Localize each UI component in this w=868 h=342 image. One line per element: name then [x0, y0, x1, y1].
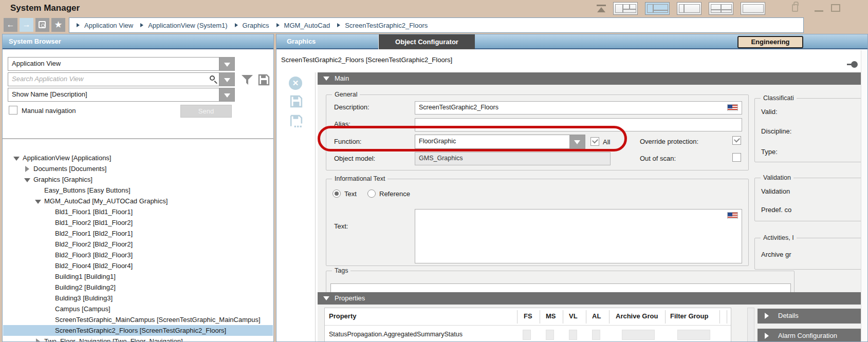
tree-item[interactable]: Bld2_Floor3 [Bld2_Floor3]	[3, 250, 273, 260]
valid-label: Valid:	[761, 108, 778, 116]
tree-item[interactable]: ApplicationView [Applications]	[3, 153, 273, 163]
tree-item[interactable]: MGM_AutoCad [My_AUTOCad Graphics]	[3, 196, 273, 206]
tree-item[interactable]: Building2 [Building2]	[3, 282, 273, 293]
description-field[interactable]: ScreenTestGraphic2_Floors	[415, 101, 742, 115]
tree-item[interactable]: Bld1_Floor1 [Bld1_Floor1]	[3, 206, 273, 217]
tree-item[interactable]: Bulding3 [Bulding3]	[3, 293, 273, 303]
pin-icon[interactable]	[851, 61, 858, 68]
tree-item[interactable]: Bld2_Floor1 [Bld2_Floor1]	[3, 228, 273, 239]
tab-object-configurator[interactable]: Object Configurator	[378, 34, 475, 49]
override-protection-checkbox[interactable]	[732, 136, 741, 145]
history-icon[interactable]	[35, 18, 49, 32]
text-area[interactable]	[415, 209, 742, 263]
col-ms[interactable]: MS	[546, 312, 556, 320]
language-flag-icon[interactable]	[727, 104, 738, 111]
tree-item-label: Building2 [Building2]	[55, 282, 116, 293]
tree-indent-spacer	[45, 293, 55, 303]
chevron-down-icon[interactable]	[219, 73, 234, 86]
tree-item[interactable]: Bld2_Floor2 [Bld2_Floor2]	[3, 239, 273, 250]
tree-indent-spacer	[45, 206, 55, 217]
engineering-mode-button[interactable]: Engineering	[737, 36, 803, 48]
forward-button[interactable]: →	[20, 18, 33, 32]
tags-legend: Tags	[332, 267, 350, 274]
properties-table-header: Property FS MS VL AL Archive Grou Filter…	[325, 308, 731, 326]
favorites-star-icon[interactable]: ★	[51, 18, 65, 32]
panel-divider[interactable]	[747, 308, 754, 341]
cancel-icon[interactable]: ✕	[289, 77, 302, 90]
out-of-scan-checkbox[interactable]	[732, 153, 741, 162]
col-al[interactable]: AL	[592, 312, 601, 320]
filter-icon[interactable]	[241, 74, 253, 86]
search-input[interactable]: Search Application View	[8, 72, 235, 86]
chevron-down-icon[interactable]	[219, 88, 234, 101]
tree-item[interactable]: ScreenTestGraphic_MainCampus [ScreenTest…	[3, 314, 273, 325]
ms-cell[interactable]	[546, 330, 554, 340]
breadcrumb-item[interactable]: Application View	[84, 22, 133, 29]
text-radio[interactable]	[333, 189, 341, 198]
maximize-icon[interactable]	[831, 4, 840, 12]
al-cell[interactable]	[592, 330, 600, 340]
tree-item[interactable]: ScreenTestGraphic2_Floors [ScreenTestGra…	[3, 325, 273, 336]
view-selector[interactable]: Application View	[8, 57, 235, 71]
breadcrumb-item[interactable]: Graphics	[243, 22, 269, 29]
tree-expanded-icon[interactable]	[12, 153, 23, 163]
layout-grid-button[interactable]	[709, 2, 733, 15]
tree-collapsed-icon[interactable]	[34, 336, 44, 341]
vertical-scrollbar[interactable]	[861, 50, 867, 341]
property-row-label[interactable]: StatusPropagation.AggregatedSummaryStatu…	[329, 331, 463, 338]
save-icon[interactable]	[290, 95, 303, 108]
tree-item[interactable]: Two_Floor_Navigation [Two_Floor_Navigati…	[3, 336, 273, 341]
tree-item-label: Bulding3 [Bulding3]	[55, 293, 113, 303]
back-button[interactable]: ←	[4, 18, 17, 32]
layout-single-pane-button[interactable]	[741, 2, 765, 15]
manual-navigation-checkbox[interactable]	[9, 106, 17, 115]
breadcrumb[interactable]: Application ViewApplicationView (System1…	[69, 17, 804, 33]
display-mode-selector[interactable]: Show Name [Description]	[8, 88, 235, 102]
col-filter-group[interactable]: Filter Group	[670, 312, 708, 320]
col-archive-group[interactable]: Archive Grou	[616, 312, 658, 320]
chevron-down-icon[interactable]	[219, 58, 234, 70]
send-button[interactable]: Send	[180, 105, 232, 118]
tree-collapsed-icon[interactable]	[23, 163, 33, 174]
tree-item[interactable]: Easy_Buttons [Easy Buttons]	[3, 185, 273, 196]
minimize-icon[interactable]	[815, 10, 823, 12]
layout-left-main-button[interactable]	[677, 2, 701, 15]
save-as-icon[interactable]	[290, 115, 303, 127]
alarm-configuration-label: Alarm Configuration	[778, 332, 837, 339]
layout-main-bottom-button[interactable]	[645, 2, 670, 15]
collapse-panes-icon[interactable]	[596, 5, 607, 13]
breadcrumb-item[interactable]: MGM_AutoCad	[284, 22, 330, 29]
main-section-header[interactable]: Main	[318, 72, 862, 85]
breadcrumb-arrow-icon	[337, 23, 340, 27]
tree-expanded-icon[interactable]	[34, 196, 44, 206]
tree-item[interactable]: Campus [Campus]	[3, 303, 273, 314]
save-search-icon[interactable]	[258, 74, 270, 86]
search-icon[interactable]	[210, 75, 215, 81]
alarm-configuration-panel-header[interactable]: Alarm Configuration	[758, 329, 862, 341]
tab-graphics[interactable]: Graphics	[287, 37, 316, 45]
discipline-label: Discipline:	[761, 127, 791, 135]
filter-group-cell[interactable]	[677, 330, 710, 340]
properties-section-header[interactable]: Properties	[318, 292, 862, 305]
tree-item[interactable]: Bld1_Floor2 [Bld1_Floor2]	[3, 217, 273, 228]
archive-group-cell[interactable]	[622, 330, 655, 340]
reference-radio[interactable]	[367, 189, 376, 198]
col-fs[interactable]: FS	[524, 312, 532, 320]
lock-icon[interactable]	[792, 4, 798, 12]
tree-expanded-icon[interactable]	[23, 174, 33, 185]
tree-item[interactable]: Bld2_Floor4 [Bld2_Floor4]	[3, 260, 273, 271]
tree-item[interactable]: Building1 [Building1]	[3, 271, 273, 282]
col-property[interactable]: Property	[329, 312, 356, 320]
tree-item[interactable]: Documents [Documents]	[3, 163, 273, 174]
language-flag-icon[interactable]	[727, 212, 738, 219]
tree-indent-spacer	[34, 185, 44, 196]
vl-cell[interactable]	[569, 330, 577, 340]
fs-cell[interactable]	[523, 330, 531, 340]
layout-split-4pane-button[interactable]	[613, 2, 638, 15]
col-vl[interactable]: VL	[569, 312, 578, 320]
tree-item[interactable]: Graphics [Graphics]	[3, 174, 273, 185]
validation-group: Validation Validation Predef. co	[754, 178, 862, 221]
breadcrumb-item[interactable]: ScreenTestGraphic2_Floors	[345, 22, 428, 29]
details-panel-header[interactable]: Details	[758, 309, 862, 324]
breadcrumb-item[interactable]: ApplicationView (System1)	[148, 22, 227, 29]
